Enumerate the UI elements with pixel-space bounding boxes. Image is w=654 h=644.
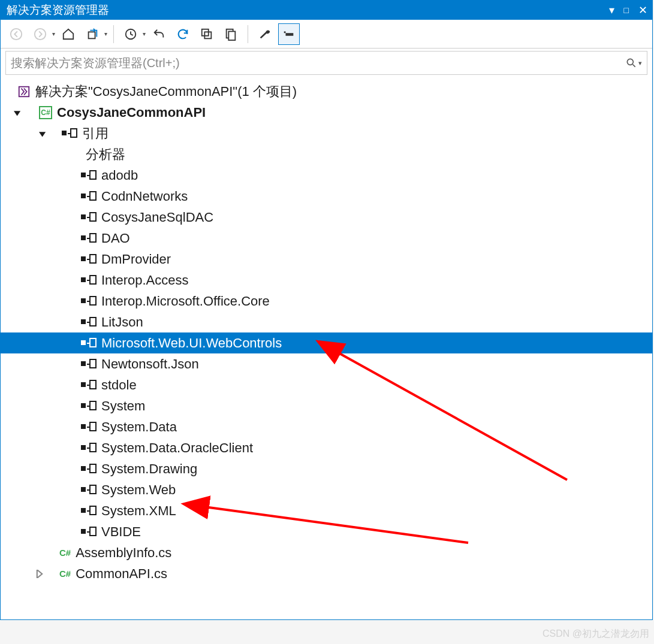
file-label: AssemblyInfo.cs	[76, 545, 171, 561]
reference-label: System.XML	[101, 503, 176, 519]
reference-item[interactable]: CodnNetworks	[1, 186, 652, 207]
svg-rect-48	[81, 382, 86, 387]
properties-button[interactable]	[254, 23, 276, 45]
reference-item[interactable]: System.Drawing	[1, 458, 652, 479]
svg-rect-44	[90, 338, 96, 347]
svg-rect-7	[228, 31, 235, 40]
svg-rect-59	[90, 443, 96, 452]
reference-label: Interop.Microsoft.Office.Core	[101, 294, 270, 309]
reference-icon	[81, 506, 97, 516]
svg-rect-36	[81, 298, 86, 303]
reference-item[interactable]: adodb	[1, 165, 652, 186]
reference-label: stdole	[101, 377, 137, 393]
collapse-all-button[interactable]	[196, 23, 218, 45]
search-bar: ▾	[5, 51, 647, 75]
forward-button[interactable]	[29, 23, 51, 45]
maximize-icon[interactable]: □	[622, 5, 631, 15]
svg-point-10	[627, 59, 633, 65]
svg-rect-68	[90, 506, 96, 515]
svg-rect-46	[87, 364, 89, 365]
svg-rect-57	[81, 445, 86, 450]
reference-label: System	[101, 398, 145, 414]
references-node[interactable]: 引用	[1, 123, 652, 144]
solution-tree[interactable]: 解决方案"CosysJaneCommonAPI"(1 个项目) C# Cosys…	[1, 78, 652, 619]
sync-dropdown[interactable]: ▾	[104, 31, 107, 37]
expander-open-icon[interactable]	[13, 107, 23, 118]
reference-label: System.Data.OracleClient	[101, 440, 253, 456]
svg-rect-37	[87, 301, 89, 302]
back-button[interactable]	[5, 23, 27, 45]
reference-label: DAO	[101, 231, 130, 246]
solution-explorer-window: 解决方案资源管理器 ▾ □ ✕ ▾ ▾ ▾	[0, 0, 653, 620]
reference-icon	[81, 191, 97, 202]
expander-open-icon[interactable]	[38, 128, 49, 139]
close-icon[interactable]: ✕	[636, 4, 650, 17]
solution-label: 解决方案"CosysJaneCommonAPI"(1 个项目)	[35, 83, 297, 101]
svg-rect-69	[81, 529, 86, 534]
svg-rect-53	[90, 401, 96, 410]
window-options-icon[interactable]: ▾	[607, 4, 617, 17]
project-node[interactable]: C# CosysJaneCommonAPI	[1, 102, 652, 123]
reference-item[interactable]: Microsoft.Web.UI.WebControls	[1, 332, 652, 353]
watermark: CSDN @初九之潜龙勿用	[543, 628, 649, 640]
reference-item[interactable]: VBIDE	[1, 521, 652, 542]
file-item[interactable]: C#CommonAPI.cs	[1, 563, 652, 584]
reference-label: System.Web	[101, 482, 176, 498]
analyzer-node[interactable]: 分析器	[1, 144, 652, 165]
svg-point-0	[11, 28, 22, 39]
undo-button[interactable]	[148, 23, 170, 45]
file-item[interactable]: C#AssemblyInfo.cs	[1, 542, 652, 563]
reference-item[interactable]: Interop.Microsoft.Office.Core	[1, 291, 652, 312]
reference-item[interactable]: System.Data.OracleClient	[1, 437, 652, 458]
sync-button[interactable]	[82, 23, 103, 45]
svg-rect-66	[81, 508, 86, 513]
svg-rect-63	[81, 487, 86, 492]
search-icon[interactable]: ▾	[625, 57, 642, 69]
svg-rect-19	[87, 175, 89, 176]
home-button[interactable]	[58, 23, 79, 45]
show-all-files-button[interactable]	[220, 23, 242, 45]
project-label: CosysJaneCommonAPI	[57, 105, 206, 120]
svg-rect-58	[87, 448, 89, 449]
reference-icon	[81, 296, 97, 307]
reference-label: System.Data	[101, 419, 177, 435]
search-input[interactable]	[11, 56, 625, 70]
reference-label: Microsoft.Web.UI.WebControls	[101, 335, 282, 351]
svg-rect-34	[87, 280, 89, 281]
preview-button[interactable]	[278, 23, 300, 45]
reference-item[interactable]: System.XML	[1, 500, 652, 521]
reference-label: Interop.Access	[101, 273, 189, 288]
svg-rect-50	[90, 380, 96, 389]
svg-rect-8	[286, 33, 294, 36]
reference-item[interactable]: stdole	[1, 374, 652, 395]
reference-item[interactable]: System	[1, 395, 652, 416]
svg-rect-45	[81, 361, 86, 366]
svg-rect-60	[81, 466, 86, 471]
svg-rect-54	[81, 424, 86, 429]
reference-item[interactable]: System.Data	[1, 416, 652, 437]
reference-label: CodnNetworks	[101, 189, 188, 204]
reference-item[interactable]: Newtonsoft.Json	[1, 353, 652, 374]
pending-changes-button[interactable]	[120, 23, 141, 45]
expander-closed-icon[interactable]	[34, 569, 45, 579]
svg-rect-20	[90, 171, 96, 179]
reference-item[interactable]: System.Web	[1, 479, 652, 500]
svg-rect-18	[81, 173, 86, 177]
reference-item[interactable]: DAO	[1, 228, 652, 249]
svg-rect-32	[90, 255, 96, 263]
reference-item[interactable]: CosysJaneSqlDAC	[1, 207, 652, 228]
references-icon	[62, 128, 77, 139]
reference-item[interactable]: DmProvider	[1, 249, 652, 270]
window-title: 解决方案资源管理器	[7, 2, 109, 18]
titlebar: 解决方案资源管理器 ▾ □ ✕	[1, 1, 652, 20]
pending-dropdown[interactable]: ▾	[143, 31, 146, 37]
reference-item[interactable]: LitJson	[1, 312, 652, 332]
solution-node[interactable]: 解决方案"CosysJaneCommonAPI"(1 个项目)	[1, 81, 652, 102]
nav-history-dropdown[interactable]: ▾	[52, 31, 55, 37]
reference-icon	[81, 464, 97, 474]
refresh-button[interactable]	[172, 23, 194, 45]
svg-rect-47	[90, 359, 96, 368]
svg-rect-65	[90, 485, 96, 494]
reference-icon	[81, 254, 97, 265]
reference-item[interactable]: Interop.Access	[1, 270, 652, 291]
